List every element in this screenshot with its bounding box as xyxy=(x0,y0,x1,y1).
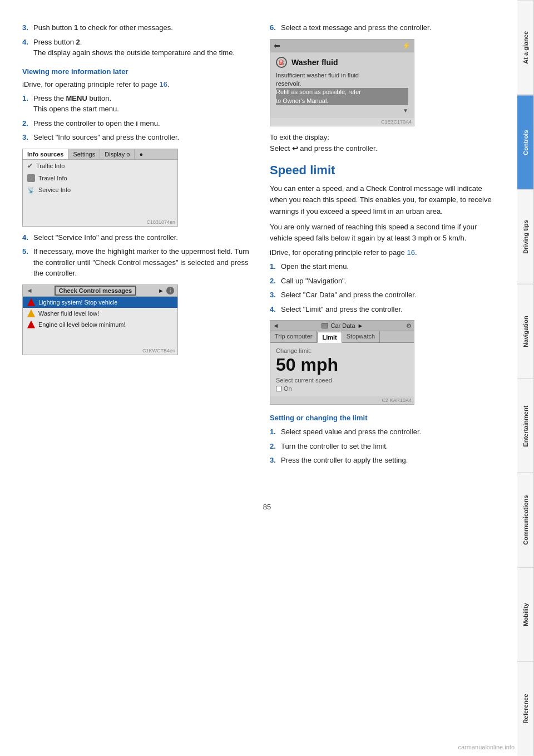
step-num-r2: 2. xyxy=(270,276,278,287)
step-r1-content: Open the start menu. xyxy=(281,261,501,272)
speed-limit-para1: You can enter a speed, and a Check Contr… xyxy=(270,183,501,217)
ss-caption-2: C1KWCTB4en xyxy=(23,347,177,355)
cd-on-row: On xyxy=(276,385,408,392)
cd-nav-right: ► xyxy=(358,322,364,329)
step-r6-content: Select a text message and press the cont… xyxy=(281,22,501,33)
step-l1: 1. Press the MENU button.This opens the … xyxy=(22,93,253,115)
ss-item-travel: Travel Info xyxy=(23,172,177,184)
tab-at-a-glance[interactable]: At a glance xyxy=(517,0,534,95)
section-heading-viewing: Viewing more information later xyxy=(22,67,253,76)
cd-tab-stopwatch: Stopwatch xyxy=(342,331,380,342)
screenshot-info-sources: Info sources Settings Display o ● ✔ Traf… xyxy=(22,149,178,227)
step-r1: 1. Open the start menu. xyxy=(270,261,501,272)
washer-title: Washer fluid xyxy=(291,58,338,67)
washer-text-highlighted1: Refill as soon as possible, refer xyxy=(276,88,408,96)
step-num-3: 3. xyxy=(22,22,30,33)
service-icon: 📡 xyxy=(27,186,35,194)
tab-mobility[interactable]: Mobility xyxy=(517,567,534,662)
cd-on-label: On xyxy=(284,385,292,392)
tab-navigation[interactable]: Navigation xyxy=(517,284,534,379)
cd-title: Car Data ► xyxy=(280,322,405,329)
cd-tab-trip: Trip computer xyxy=(270,331,317,342)
cc-item-lighting-label: Lighting system! Stop vehicle xyxy=(38,299,117,306)
step-num-l3: 3. xyxy=(22,132,30,143)
ss-cd-topbar: ◄ Car Data ► ⚙ xyxy=(270,321,414,331)
watermark-logo: carmanualonline.info xyxy=(458,744,515,750)
step-l4-content: Select "Service Info" and press the cont… xyxy=(33,232,253,243)
step-num-s2: 2. xyxy=(270,441,278,452)
step-l1-content: Press the MENU button.This opens the sta… xyxy=(33,93,253,115)
cc-nav-left: ◄ xyxy=(26,287,33,294)
step-num-r3: 3. xyxy=(270,289,278,301)
ss-caption-1: C1831074en xyxy=(23,218,177,226)
step-l5: 5. If necessary, move the highlight mark… xyxy=(22,246,253,279)
ss-tab-display: Display o xyxy=(100,149,135,159)
step-s1: 1. Select speed value and press the cont… xyxy=(270,426,501,438)
back-symbol: ↩ xyxy=(292,144,298,153)
left-column: 3. Push button 1 to check for other mess… xyxy=(22,22,253,469)
washer-title-row: ⛽ Washer fluid xyxy=(276,57,408,68)
step-num-s1: 1. xyxy=(270,426,278,438)
idrive-page-link-right[interactable]: 16 xyxy=(407,248,414,257)
warning-icon-red-2 xyxy=(27,321,35,328)
back-arrow-icon: ⬅ xyxy=(274,41,280,50)
screenshot-check-control: ◄ Check Control messages ► i Lighting sy… xyxy=(22,284,178,355)
step-num-r6: 6. xyxy=(270,22,278,33)
step-l3-content: Select "Info sources" and press the cont… xyxy=(33,132,253,143)
cd-settings-icon: ⚙ xyxy=(406,322,412,330)
tab-communications[interactable]: Communications xyxy=(517,473,534,567)
ss-item-traffic: ✔ Traffic Info xyxy=(23,160,177,172)
right-column: 6. Select a text message and press the c… xyxy=(270,22,501,469)
cc-item-oil-label: Engine oil level below minimum! xyxy=(38,321,126,328)
tab-driving-tips[interactable]: Driving tips xyxy=(517,189,534,284)
main-content: 3. Push button 1 to check for other mess… xyxy=(0,0,517,492)
screenshot-car-data: ◄ Car Data ► ⚙ Trip computer Limit Stopw… xyxy=(270,320,414,405)
step-r6: 6. Select a text message and press the c… xyxy=(270,22,501,33)
step-s2: 2. Turn the controller to set the limit. xyxy=(270,441,501,452)
ss-caption-washer: C1E3C170A4 xyxy=(270,118,414,126)
car-data-icon xyxy=(322,323,328,328)
step-num-l4: 4. xyxy=(22,232,30,243)
idrive-ref-right: iDrive, for operating principle refer to… xyxy=(270,248,501,257)
step-num-l5: 5. xyxy=(22,246,30,279)
step-l3: 3. Select "Info sources" and press the c… xyxy=(22,132,253,143)
charge-icon: ⚡ xyxy=(402,42,411,50)
traffic-label: Traffic Info xyxy=(36,163,65,169)
washer-text-line2: reservoir. xyxy=(276,80,301,87)
side-tabs: At a glance Controls Driving tips Naviga… xyxy=(517,0,534,756)
idrive-page-link-left[interactable]: 16 xyxy=(159,80,167,89)
step-num-4: 4. xyxy=(22,37,30,58)
step-r4-content: Select "Limit" and press the controller. xyxy=(281,304,501,315)
idrive-ref-left: iDrive, for operating principle refer to… xyxy=(22,80,253,89)
traffic-icon: ✔ xyxy=(27,162,33,170)
step-num-r1: 1. xyxy=(270,261,278,272)
cc-item-oil: Engine oil level below minimum! xyxy=(23,319,177,330)
ss-cd-body: Change limit: 50 mph Select current spee… xyxy=(270,343,414,396)
cd-select-label: Select current speed xyxy=(276,377,408,384)
exit-text: To exit the display: Select ↩ and press … xyxy=(270,132,501,154)
cd-tab-limit: Limit xyxy=(317,332,342,343)
travel-label: Travel Info xyxy=(38,175,67,181)
tab-controls[interactable]: Controls xyxy=(517,95,534,190)
step-r2-content: Call up "Navigation". xyxy=(281,276,501,287)
ss-cc-topbar: ◄ Check Control messages ► i xyxy=(23,285,177,297)
page-number: 85 xyxy=(0,503,534,511)
ss-washer-body: ⛽ Washer fluid Insufficient washer fluid… xyxy=(270,52,414,119)
cc-item-lighting: Lighting system! Stop vehicle xyxy=(23,297,177,308)
washer-text-highlighted2: to Owner's Manual. xyxy=(276,97,408,105)
tab-entertainment[interactable]: Entertainment xyxy=(517,379,534,473)
ss-tab-settings: Settings xyxy=(68,149,100,159)
washer-scroll-arrow: ▼ xyxy=(276,107,408,114)
cd-speed-value: 50 mph xyxy=(276,355,408,375)
step-r4: 4. Select "Limit" and press the controll… xyxy=(270,304,501,315)
screenshot-washer: ⬅ ⚡ ⛽ Washer fluid Insufficient washer f… xyxy=(270,39,414,127)
ss-item-service: 📡 Service Info xyxy=(23,184,177,196)
cc-item-washer-label: Washer fluid level low! xyxy=(38,310,99,317)
ss-topbar-info: Info sources Settings Display o ● xyxy=(23,149,177,160)
step-3-content: Push button 1 to check for other message… xyxy=(33,22,253,33)
step-num-l2: 2. xyxy=(22,118,30,129)
step-3: 3. Push button 1 to check for other mess… xyxy=(22,22,253,33)
tab-reference[interactable]: Reference xyxy=(517,661,534,756)
warning-icon-red-1 xyxy=(27,298,35,306)
step-r2: 2. Call up "Navigation". xyxy=(270,276,501,287)
